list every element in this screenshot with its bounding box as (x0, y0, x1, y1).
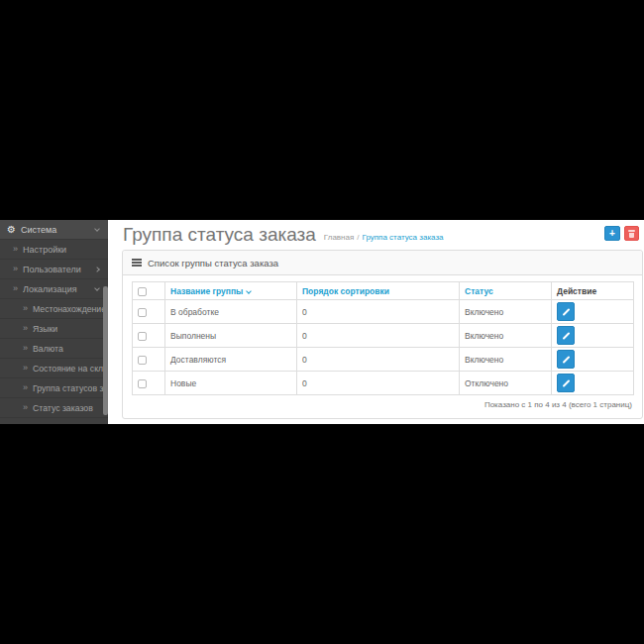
breadcrumb-current-link[interactable]: Группа статуса заказа (363, 233, 444, 242)
sidebar-item-returns[interactable]: » Возвраты товаров (0, 417, 108, 424)
sidebar-item-order-status-group[interactable]: » Группа статусов заказа (0, 377, 108, 397)
table-row: В обработке 0 Включено (133, 300, 634, 324)
sort-by-status-link[interactable]: Статус (465, 286, 493, 296)
double-angle-icon: » (13, 245, 18, 254)
double-angle-icon: » (23, 383, 28, 392)
pencil-icon (562, 332, 570, 340)
row-checkbox[interactable] (138, 379, 147, 388)
sidebar-item-label: Местонахождение (33, 304, 108, 314)
panel-heading: Список группы статуса заказа (123, 251, 642, 275)
pencil-icon (562, 308, 570, 316)
table-row: Выполнены 0 Включено (133, 324, 634, 348)
sort-caret-icon (247, 288, 253, 294)
sidebar-item-currency[interactable]: » Валюта (0, 338, 108, 358)
chevron-right-icon (94, 267, 100, 272)
sort-by-order-link[interactable]: Порядок сортировки (302, 286, 389, 296)
list-icon (132, 259, 142, 267)
status-cell: Отключено (460, 372, 552, 395)
sidebar-item-label: Состояние на складе (33, 364, 108, 374)
admin-app: ⚙ Система » Настройки » Пользователи » Л… (0, 220, 644, 424)
double-angle-icon: » (23, 403, 28, 412)
double-angle-icon: » (13, 284, 18, 293)
edit-button[interactable] (557, 326, 575, 345)
page-header: Группа статуса заказа Главная/Группа ста… (108, 220, 644, 245)
sidebar-item-users[interactable]: » Пользователи (0, 259, 108, 278)
group-name-cell: В обработке (165, 300, 297, 324)
double-angle-icon: » (23, 364, 28, 373)
sidebar-item-settings[interactable]: » Настройки (0, 239, 108, 259)
chevron-down-icon (94, 226, 100, 232)
row-checkbox[interactable] (138, 356, 147, 365)
sidebar-item-system[interactable]: ⚙ Система (0, 220, 108, 239)
sidebar-item-label: Языки (33, 324, 108, 334)
double-angle-icon: » (23, 344, 28, 353)
breadcrumb: Главная/Группа статуса заказа (324, 233, 444, 245)
sidebar-item-order-status[interactable]: » Статус заказов (0, 397, 108, 417)
breadcrumb-separator: / (357, 233, 359, 242)
add-button[interactable]: + (604, 226, 620, 241)
sidebar: ⚙ Система » Настройки » Пользователи » Л… (0, 220, 108, 424)
panel-body: Название группы Порядок сортировки Стату… (123, 275, 642, 409)
sort-order-cell: 0 (297, 348, 460, 372)
edit-button[interactable] (557, 374, 575, 392)
select-all-checkbox[interactable] (138, 287, 147, 296)
double-angle-icon: » (23, 304, 28, 313)
sort-order-cell: 0 (297, 300, 460, 324)
sidebar-item-label: Пользователи (23, 265, 95, 274)
panel-heading-label: Список группы статуса заказа (148, 258, 278, 268)
page-title: Группа статуса заказа (123, 224, 316, 245)
sidebar-item-label: Валюта (33, 344, 108, 354)
order-status-group-table: Название группы Порядок сортировки Стату… (132, 281, 634, 395)
plus-icon: + (609, 228, 615, 239)
main-content: Группа статуса заказа Главная/Группа ста… (108, 220, 644, 424)
group-name-cell: Выполнены (165, 324, 297, 348)
sidebar-item-stock-status[interactable]: » Состояние на складе (0, 358, 108, 377)
sidebar-item-label: Статус заказов (33, 403, 108, 413)
sidebar-item-label: Локализация (23, 284, 95, 294)
chevron-down-icon (94, 285, 100, 291)
sort-by-name-link[interactable]: Название группы (170, 286, 243, 296)
breadcrumb-home-link[interactable]: Главная (324, 233, 354, 242)
list-panel: Список группы статуса заказа Название гр… (122, 250, 643, 419)
screenshot-stage: ⚙ Система » Настройки » Пользователи » Л… (0, 0, 644, 644)
header-action-buttons: + (604, 226, 639, 241)
edit-button[interactable] (557, 350, 575, 369)
sidebar-item-label: Настройки (23, 245, 108, 255)
status-cell: Включено (460, 348, 552, 372)
delete-button[interactable] (624, 226, 639, 241)
edit-button[interactable] (557, 302, 575, 321)
row-checkbox[interactable] (138, 308, 147, 317)
sidebar-item-label: Система (21, 225, 95, 235)
sidebar-item-languages[interactable]: » Языки (0, 318, 108, 338)
gear-icon: ⚙ (7, 225, 16, 235)
pencil-icon (562, 379, 570, 387)
sidebar-item-label: Возвраты товаров (33, 423, 95, 425)
sort-order-cell: 0 (297, 372, 460, 395)
sidebar-item-location[interactable]: » Местонахождение (0, 298, 108, 318)
double-angle-icon: » (23, 324, 28, 333)
sidebar-item-localisation[interactable]: » Локализация (0, 278, 108, 298)
action-column-header: Действие (552, 282, 634, 300)
sidebar-item-label: Группа статусов заказа (33, 383, 108, 393)
pencil-icon (562, 356, 570, 364)
table-row: Новые 0 Отключено (133, 372, 634, 395)
trash-icon (628, 230, 635, 238)
status-cell: Включено (460, 324, 552, 348)
table-header-row: Название группы Порядок сортировки Стату… (133, 282, 634, 300)
status-cell: Включено (460, 300, 552, 324)
row-checkbox[interactable] (138, 332, 147, 341)
sort-order-cell: 0 (297, 324, 460, 348)
group-name-cell: Доставляются (165, 348, 297, 372)
double-angle-icon: » (23, 423, 28, 424)
double-angle-icon: » (13, 265, 18, 273)
table-row: Доставляются 0 Включено (133, 348, 634, 372)
group-name-cell: Новые (165, 372, 297, 395)
pagination-summary: Показано с 1 по 4 из 4 (всего 1 страниц) (132, 400, 634, 409)
